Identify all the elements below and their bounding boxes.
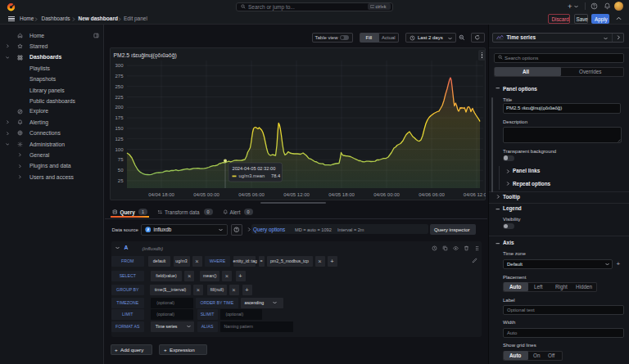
svg-text:2024-04-05 02:32:00: 2024-04-05 02:32:00 [233,166,276,171]
svg-text:250: 250 [115,84,124,89]
svg-text:150: 150 [115,126,124,131]
svg-text:78.4: 78.4 [271,173,280,178]
svg-text:04/06 12:0: 04/06 12:0 [464,192,486,197]
svg-text:04/04 18:00: 04/04 18:00 [148,192,174,197]
svg-text:25: 25 [118,178,124,183]
svg-text:125: 125 [115,137,124,142]
svg-text:200: 200 [115,105,124,110]
svg-text:04/05 06:00: 04/05 06:00 [238,192,265,197]
svg-text:04/06 06:00: 04/06 06:00 [419,192,445,197]
svg-text:75: 75 [118,157,124,162]
svg-text:100: 100 [115,147,124,152]
svg-text:04/05 12:00: 04/05 12:00 [283,192,310,197]
svg-text:04/05 00:00: 04/05 00:00 [193,192,219,197]
svg-text:300: 300 [115,63,124,68]
svg-text:ug/m3.mean: ug/m3.mean [239,173,265,178]
svg-text:04/05 18:00: 04/05 18:00 [328,192,355,197]
svg-text:225: 225 [115,95,124,100]
svg-text:275: 275 [115,74,124,79]
svg-text:175: 175 [115,115,124,120]
svg-text:04/06 00:00: 04/06 00:00 [373,192,400,197]
svg-text:50: 50 [118,168,124,173]
